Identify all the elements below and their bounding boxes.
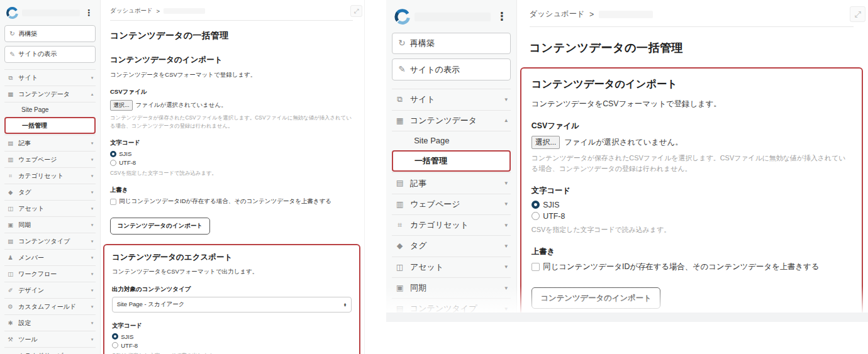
sidebar-item-category-sets[interactable]: ⌗カテゴリセット▼ — [4, 167, 96, 184]
view-site-button[interactable]: ✎ サイトの表示 — [4, 46, 96, 63]
sidebar-item-label: デザイン — [18, 286, 87, 295]
export-charset-label: 文字コード — [112, 322, 352, 330]
sidebar-item-site[interactable]: ⧉サイト▼ — [4, 69, 96, 86]
chevron-down-icon[interactable]: ▼ — [504, 201, 509, 207]
chevron-down-icon[interactable]: ▼ — [90, 223, 94, 227]
import-submit-button[interactable]: コンテンツデータのインポート — [531, 287, 660, 309]
sync-icon: ▣ — [6, 222, 15, 228]
chevron-down-icon[interactable]: ▼ — [90, 255, 94, 260]
import-heading: コンテンツデータのインポート — [110, 55, 353, 65]
import-radio-utf8-row[interactable]: UTF-8 — [531, 212, 852, 221]
chevron-down-icon[interactable]: ▼ — [90, 206, 94, 211]
chevron-down-icon[interactable]: ▼ — [90, 272, 94, 276]
expand-icon[interactable]: ⤢ — [350, 5, 362, 17]
sidebar-item-content-data[interactable]: ▦コンテンツデータ▲ — [4, 86, 96, 102]
sidebar-item-label: カスタムフィールド — [18, 302, 87, 311]
sidebar-item-sync[interactable]: ▣同期▼ — [392, 277, 511, 298]
radio-sjis-icon[interactable] — [531, 201, 540, 209]
sidebar-subitem-bulk-management[interactable]: 一括管理 — [392, 150, 511, 172]
sidebar-item-settings[interactable]: ✱設定▼ — [4, 314, 96, 331]
chevron-down-icon[interactable]: ▼ — [90, 190, 94, 194]
kebab-menu-icon[interactable]: ⋮ — [495, 11, 509, 23]
export-radio-sjis-row[interactable]: SJIS — [112, 333, 352, 340]
sidebar-item-content-data[interactable]: ▦コンテンツデータ▲ — [392, 110, 511, 131]
chevron-up-icon[interactable]: ▲ — [504, 118, 509, 123]
radio-sjis-icon[interactable] — [112, 333, 118, 340]
overwrite-checkbox-label: 同じコンテンツデータIDが存在する場合、そのコンテンツデータを上書きする — [543, 262, 819, 272]
chevron-down-icon[interactable]: ▼ — [504, 180, 509, 186]
sidebar-item-workflow[interactable]: ◫ワークフロー▼ — [4, 265, 96, 282]
file-select-button[interactable]: 選択... — [531, 136, 560, 149]
chevron-down-icon[interactable]: ▼ — [504, 285, 509, 291]
sidebar-item-entries[interactable]: ▤記事▼ — [392, 172, 511, 193]
import-radio-sjis-row[interactable]: SJIS — [531, 201, 852, 209]
sidebar-item-category-sets[interactable]: ⌗カテゴリセット▼ — [392, 214, 511, 235]
kebab-menu-icon[interactable]: ⋮ — [83, 9, 94, 18]
sidebar-item-cloud-services[interactable]: ☁クラウドサービス▼ — [4, 347, 96, 354]
import-radio-utf8-row[interactable]: UTF-8 — [110, 159, 353, 166]
chevron-down-icon[interactable]: ▼ — [90, 337, 94, 341]
sidebar-item-assets[interactable]: ◫アセット▼ — [4, 200, 96, 216]
export-section: コンテンツデータのエクスポート コンテンツデータをCSVフォーマットで出力します… — [103, 244, 360, 354]
radio-sjis-label: SJIS — [119, 150, 131, 157]
sidebar-item-custom-fields[interactable]: ⚙カスタムフィールド▼ — [4, 298, 96, 314]
radio-utf8-icon[interactable] — [110, 160, 116, 166]
chevron-down-icon[interactable]: ▼ — [90, 304, 94, 309]
view-site-label: サイトの表示 — [410, 64, 460, 75]
sidebar-item-tags[interactable]: ◆タグ▼ — [392, 235, 511, 256]
sidebar-item-web-pages[interactable]: ▥ウェブページ▼ — [4, 151, 96, 167]
view-site-button[interactable]: ✎ サイトの表示 — [392, 58, 511, 80]
sidebar-subitem-site-page[interactable]: Site Page — [4, 102, 96, 116]
overwrite-checkbox[interactable] — [531, 263, 540, 271]
chevron-down-icon[interactable]: ▼ — [504, 306, 509, 312]
sidebar-item-assets[interactable]: ◫アセット▼ — [392, 257, 511, 277]
sidebar-item-sync[interactable]: ▣同期▼ — [4, 216, 96, 233]
sidebar-subitem-site-page[interactable]: Site Page — [392, 131, 511, 150]
file-hint: コンテンツデータが保存されたCSVファイルを選択します。CSVファイルに無効な値… — [531, 153, 852, 174]
chevron-down-icon[interactable]: ▼ — [90, 174, 94, 178]
site-icon: ⧉ — [6, 75, 15, 81]
chevron-down-icon[interactable]: ▼ — [504, 97, 509, 102]
chevron-down-icon[interactable]: ▼ — [504, 223, 509, 228]
chevron-down-icon[interactable]: ▼ — [90, 75, 94, 80]
breadcrumb-dashboard[interactable]: ダッシュボード — [110, 7, 153, 15]
overwrite-row[interactable]: 同じコンテンツデータIDが存在する場合、そのコンテンツデータを上書きする — [110, 197, 353, 206]
brand-row: ⋮ — [4, 6, 96, 25]
chevron-down-icon[interactable]: ▼ — [90, 157, 94, 162]
rebuild-button[interactable]: ↻ 再構築 — [4, 25, 96, 42]
chevron-down-icon[interactable]: ▼ — [90, 239, 94, 243]
chevron-down-icon[interactable]: ▼ — [90, 321, 94, 325]
overwrite-checkbox[interactable] — [110, 199, 116, 205]
chevron-down-icon[interactable]: ▼ — [90, 141, 94, 145]
overwrite-row[interactable]: 同じコンテンツデータIDが存在する場合、そのコンテンツデータを上書きする — [531, 262, 852, 272]
rebuild-button[interactable]: ↻ 再構築 — [392, 33, 511, 54]
chevron-down-icon[interactable]: ▼ — [90, 288, 94, 292]
chevron-up-icon[interactable]: ▲ — [90, 92, 94, 96]
sidebar-subitem-bulk-management[interactable]: 一括管理 — [4, 117, 96, 134]
sidebar-item-tools[interactable]: ⚒ツール▼ — [4, 331, 96, 347]
breadcrumb-dashboard[interactable]: ダッシュボード — [530, 9, 585, 19]
chevron-down-icon[interactable]: ▼ — [504, 243, 509, 249]
sidebar-item-tags[interactable]: ◆タグ▼ — [4, 184, 96, 200]
sidebar-item-site[interactable]: ⧉サイト▼ — [392, 89, 511, 109]
radio-utf8-icon[interactable] — [531, 212, 540, 220]
content-type-select[interactable]: Site Page - スカイアーク ▲▼ — [112, 297, 352, 313]
sidebar-item-entries[interactable]: ▤記事▼ — [4, 135, 96, 151]
export-radio-utf8-row[interactable]: UTF-8 — [112, 342, 352, 349]
radio-utf8-icon[interactable] — [112, 342, 118, 348]
sidebar-item-content-types[interactable]: ▤コンテンツタイプ▼ — [4, 233, 96, 249]
sidebar-item-design[interactable]: ✐デザイン▼ — [4, 282, 96, 298]
sidebar-item-content-types[interactable]: ▤コンテンツタイプ▼ — [392, 298, 511, 319]
file-input: 選択... ファイルが選択されていません。 — [110, 100, 353, 111]
file-select-button[interactable]: 選択... — [110, 100, 133, 111]
sidebar-item-members[interactable]: ♟メンバー▼ — [4, 249, 96, 265]
import-radio-sjis-row[interactable]: SJIS — [110, 150, 353, 157]
sidebar-item-web-pages[interactable]: ▥ウェブページ▼ — [392, 194, 511, 214]
chevron-down-icon[interactable]: ▼ — [504, 264, 509, 270]
import-submit-button[interactable]: コンテンツデータのインポート — [110, 218, 210, 234]
radio-sjis-icon[interactable] — [110, 151, 116, 157]
sidebar-item-members[interactable]: ♟メンバー▼ — [392, 319, 511, 322]
expand-icon[interactable]: ⤢ — [850, 6, 865, 22]
sidebar-item-label: ツール — [18, 335, 87, 344]
radio-utf8-label: UTF-8 — [543, 212, 565, 221]
